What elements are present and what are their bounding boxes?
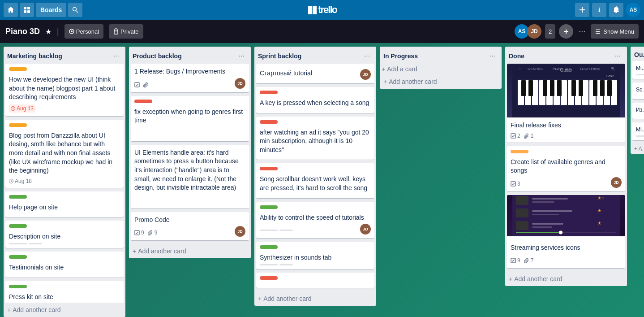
boards-button[interactable]: Boards xyxy=(36,3,66,17)
create-button[interactable] xyxy=(575,3,589,17)
trello-logo: ▮▮ trello xyxy=(307,4,337,16)
svg-rect-0 xyxy=(24,7,26,9)
svg-rect-60 xyxy=(516,208,528,217)
card-s6[interactable]: Synthesizer in sounds tab xyxy=(256,242,374,269)
notifications-button[interactable] xyxy=(609,3,623,17)
card-o4[interactable]: Mi... xyxy=(632,122,644,140)
board-title[interactable]: Piano 3D xyxy=(5,27,40,36)
show-menu-label: Show Menu xyxy=(603,28,634,35)
card-s2[interactable]: A key is pressed when selecting a song xyxy=(256,87,374,113)
card-d1[interactable]: Guitar xyxy=(507,64,625,143)
column-title-done: Done xyxy=(509,52,524,60)
svg-rect-31 xyxy=(582,80,588,105)
card-p2[interactable]: fix exception when going to genres first… xyxy=(131,96,249,141)
card-s7[interactable] xyxy=(256,273,374,288)
column-marketing: Marketing backlog ··· How we developed t… xyxy=(4,47,125,317)
card-s4[interactable]: Song scrollbar doesn't work well, keys a… xyxy=(256,163,374,198)
card-s1[interactable]: Стартовый tutorial JD xyxy=(256,64,374,83)
card-m1[interactable]: How we developed the new UI (think about… xyxy=(5,64,124,116)
card-title-m2: Blog post from Danzzzilla about UI desin… xyxy=(9,131,120,175)
svg-rect-65 xyxy=(532,223,563,225)
card-meta-d2: 3 xyxy=(511,181,520,187)
avatar-as-p3: AS xyxy=(235,194,245,205)
column-menu-sprint[interactable]: ··· xyxy=(361,51,373,61)
avatar-s1: JD xyxy=(360,69,371,80)
card-title-d2: Create list of available genres and song… xyxy=(511,158,622,175)
card-title-m4: Description on site xyxy=(9,232,120,241)
card-label-red-s4 xyxy=(260,167,278,170)
card-o2[interactable]: Sc... xyxy=(632,83,644,99)
card-o1[interactable]: Mi... xyxy=(632,61,644,79)
card-m5[interactable]: Testimonials on site xyxy=(5,252,124,278)
avatar-gray-p4: JD xyxy=(235,226,245,237)
show-menu-button[interactable]: ☰ Show Menu xyxy=(591,24,639,39)
svg-text:PLAYLISTS: PLAYLISTS xyxy=(553,67,571,71)
svg-rect-62 xyxy=(532,214,559,215)
card-p3[interactable]: UI Elements handle area: it's hard somet… xyxy=(131,145,249,208)
more-button[interactable]: ··· xyxy=(577,25,587,38)
column-menu-product[interactable]: ··· xyxy=(236,51,247,61)
svg-rect-45 xyxy=(607,80,612,96)
card-s5[interactable]: Ability to control the speed of tutorial… xyxy=(256,202,374,239)
top-navigation: Boards ▮▮ trello ℹ AS xyxy=(0,0,644,20)
card-m2[interactable]: Blog post from Danzzzilla about UI desin… xyxy=(5,120,124,188)
avatar-as-d3: AS xyxy=(611,254,622,265)
board-content: Marketing backlog ··· How we developed t… xyxy=(0,43,644,317)
column-title-overflow: Ou... xyxy=(634,51,644,58)
avatar-as-p2: AS xyxy=(235,127,245,138)
visibility-button[interactable]: Personal xyxy=(64,24,103,39)
card-o3[interactable]: Из... пи... xyxy=(632,103,644,119)
avatar-as-p1: AS xyxy=(223,78,234,89)
add-card-sprint[interactable]: + Add another card xyxy=(254,291,376,306)
streaming-image: ★ ≡ ★ ★ xyxy=(507,195,625,236)
column-header-sprint: Sprint backlog ··· xyxy=(254,47,376,64)
card-footer-p4: 9 9 AS JD xyxy=(134,226,245,237)
column-header-inprogress: In Progress ··· xyxy=(380,47,502,64)
card-title-p2: fix exception when going to genres first… xyxy=(134,108,245,125)
add-card-overflow[interactable]: + A... xyxy=(632,144,644,154)
member-count-badge[interactable]: 2 xyxy=(545,24,555,39)
column-menu-done[interactable]: ··· xyxy=(612,51,623,61)
card-title-o3: Из... пи... xyxy=(636,106,644,114)
add-card-inprogress-inline[interactable]: + Add a card xyxy=(382,64,500,74)
card-m6[interactable]: Press kit on site xyxy=(5,281,124,303)
star-icon[interactable]: ★ xyxy=(45,27,52,36)
inprogress-cards: + Add a card xyxy=(380,64,502,74)
svg-text:🔍: 🔍 xyxy=(611,66,615,71)
svg-rect-56 xyxy=(532,198,568,200)
column-menu-marketing[interactable]: ··· xyxy=(111,51,122,61)
add-card-done[interactable]: + Add another card xyxy=(505,272,627,286)
card-p1[interactable]: 1 Release: Bugs / Improvements AS JD xyxy=(131,64,249,92)
add-icon: + xyxy=(7,306,11,313)
card-d2[interactable]: Create list of available genres and song… xyxy=(507,146,625,191)
member-avatars: AS JD xyxy=(516,24,541,39)
card-m3[interactable]: Help page on site xyxy=(5,191,124,217)
card-meta-m2: Aug 18 xyxy=(9,178,120,184)
card-title-d1: Final release fixes xyxy=(511,121,622,130)
member-avatar-2[interactable]: JD xyxy=(527,24,541,39)
column-menu-inprogress[interactable]: ··· xyxy=(487,51,498,61)
card-s3[interactable]: after watching an ad it says "you got 20… xyxy=(256,117,374,160)
user-avatar[interactable]: AS xyxy=(626,3,640,17)
svg-rect-64 xyxy=(516,221,528,230)
member-avatar-add[interactable]: + xyxy=(559,24,573,39)
add-card-product[interactable]: + Add another card xyxy=(129,244,251,258)
column-inprogress: In Progress ··· + Add a card + Add anoth… xyxy=(380,47,502,89)
svg-text:★: ★ xyxy=(597,221,601,226)
info-button[interactable]: ℹ xyxy=(592,3,606,17)
card-title-p3: UI Elements handle area: it's hard somet… xyxy=(134,148,245,192)
card-d3[interactable]: ★ ≡ ★ ★ xyxy=(507,195,625,269)
search-button[interactable] xyxy=(68,3,82,17)
card-p4[interactable]: Promo Code 9 9 AS JD xyxy=(131,212,249,241)
private-button[interactable]: Private xyxy=(109,24,143,39)
add-card-marketing[interactable]: + Add another card xyxy=(4,303,125,317)
card-title-o2: Sc... xyxy=(636,86,644,94)
card-m4[interactable]: Description on site xyxy=(5,221,124,248)
svg-rect-55 xyxy=(516,196,528,205)
column-header-product: Product backlog ··· xyxy=(129,47,251,64)
boards-icon-button[interactable] xyxy=(20,3,34,17)
home-button[interactable] xyxy=(4,3,18,17)
card-label-green-5 xyxy=(9,255,27,259)
add-card-inprogress[interactable]: + Add another card xyxy=(380,74,502,89)
svg-rect-42 xyxy=(579,80,583,96)
